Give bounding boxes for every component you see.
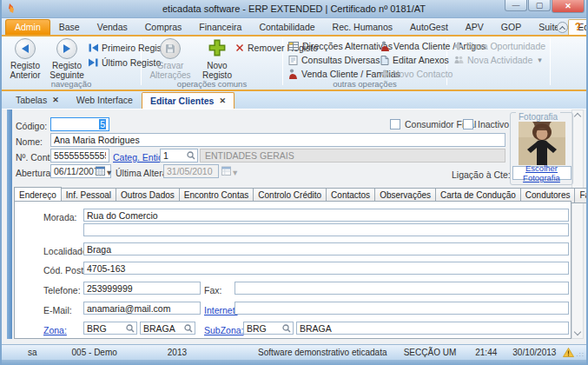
- scroll-down-icon[interactable]: [574, 329, 581, 336]
- categ-name-display: ENTIDADES GERAIS: [200, 149, 505, 163]
- editar-anexos-button[interactable]: Editar Anexos: [380, 55, 449, 65]
- email-input[interactable]: [83, 302, 201, 315]
- ribbon-tab-compras[interactable]: Compras: [136, 20, 191, 35]
- new-record-icon: [208, 38, 227, 59]
- telefone-label: Telefone:: [43, 285, 81, 295]
- ribbon-tab-autogest[interactable]: AutoGest: [401, 20, 457, 35]
- ligacao-cte-label: Ligação à Cte:: [452, 169, 511, 180]
- search-icon[interactable]: [126, 324, 135, 333]
- doc-tab-editar-clientes[interactable]: Editar Clientes ✕: [142, 92, 235, 109]
- inactivo-checkbox[interactable]: Inactivo: [463, 119, 509, 129]
- ribbon-tab-admin[interactable]: Admin: [5, 19, 50, 35]
- subzona-link[interactable]: SubZona:: [204, 325, 244, 335]
- contrib-input[interactable]: [50, 149, 109, 163]
- direccoes-alternativas-button[interactable]: Direcções Alternativas: [288, 41, 393, 51]
- telefone-input[interactable]: [83, 282, 201, 295]
- ribbon-group-crm: Nova Oportunidade Nova Actividade: [447, 36, 550, 90]
- ribbon-tab-bar: Admin Base Vendas Compras Financeira Con…: [2, 18, 586, 35]
- alt-directions-icon: [288, 42, 299, 50]
- ribbon-tab-vendas[interactable]: Vendas: [89, 20, 136, 35]
- maximize-button[interactable]: ▢: [528, 0, 551, 11]
- close-tab-icon[interactable]: ✕: [219, 96, 226, 105]
- morada2-input[interactable]: [83, 223, 569, 236]
- novo-registo-button[interactable]: Novo Registo: [195, 38, 239, 80]
- subzona-name-input[interactable]: [296, 322, 569, 335]
- window-bottom-border: [2, 360, 586, 365]
- resize-grip[interactable]: .::: [576, 350, 585, 358]
- attachments-icon: [380, 56, 389, 65]
- zona-link[interactable]: Zona:: [43, 325, 67, 335]
- status-bar: sa 005 - Demo 2013 Software demonstrativ…: [2, 344, 586, 360]
- left-panel-strip[interactable]: [7, 110, 12, 339]
- novo-contacto-button[interactable]: Novo Contacto: [380, 69, 453, 79]
- ribbon: Registo Anterior Registo Seguinte Primei…: [2, 36, 586, 90]
- consultas-diversas-button[interactable]: Consultas Diversas: [288, 55, 380, 65]
- calendar-icon-disabled: [221, 166, 231, 176]
- internet-input[interactable]: [235, 302, 569, 315]
- search-icon[interactable]: [282, 324, 291, 333]
- ribbon-group-outras-operacoes: Direcções Alternativas Consultas Diversa…: [283, 36, 446, 90]
- fotografia-label: Fotografia: [516, 112, 560, 122]
- morada-input[interactable]: [83, 209, 569, 222]
- collapse-ribbon-icon[interactable]: [557, 22, 568, 33]
- nova-actividade-button[interactable]: Nova Actividade: [454, 55, 542, 65]
- save-icon: [160, 38, 181, 59]
- calendar-icon[interactable]: [96, 166, 105, 176]
- ribbon-group-navegacao: Registo Anterior Registo Seguinte Primei…: [2, 36, 141, 90]
- fotografia-group: Fotografia Escolher Fotografia: [510, 112, 573, 185]
- ribbon-group-operacoes-comuns: Gravar Alterações Novo Registo Remover R…: [142, 36, 282, 90]
- status-section: SECÇÃO UM: [404, 348, 457, 357]
- minimize-button[interactable]: —: [505, 0, 527, 11]
- escolher-fotografia-link[interactable]: Escolher Fotografia: [511, 163, 572, 182]
- ribbon-tab-gop[interactable]: GOP: [492, 20, 530, 35]
- ultima-alteracao-date: 31/05/2010: [163, 164, 219, 178]
- client-form: Código: 5 Consumidor Final Inactivo Nome…: [2, 110, 586, 344]
- group-separator: [550, 38, 551, 85]
- internet-link[interactable]: Internet:: [204, 305, 238, 315]
- app-window: eticadata software - ERP EXTENDED | Cert…: [0, 0, 588, 365]
- registo-seguinte-button[interactable]: Registo Seguinte: [45, 38, 89, 80]
- nome-input[interactable]: [50, 133, 505, 147]
- fax-label: Fax:: [204, 285, 221, 295]
- status-year: 2013: [168, 348, 187, 357]
- new-activity-icon: [454, 56, 464, 64]
- calendar-dropdown-icon-disabled: ▾: [233, 167, 237, 177]
- first-record-icon: [89, 43, 98, 52]
- client-sale-families-icon: [288, 69, 298, 79]
- gravar-alteracoes-button[interactable]: Gravar Alterações: [149, 38, 192, 80]
- localidade-input[interactable]: [83, 242, 569, 256]
- client-sale-articles-icon: [380, 41, 390, 51]
- ribbon-tab-contabilidade[interactable]: Contabilidade: [250, 20, 323, 35]
- window-title: eticadata software - ERP EXTENDED | Cert…: [2, 3, 586, 14]
- calendar-dropdown-icon[interactable]: ▾: [107, 167, 111, 177]
- previous-record-icon: [15, 38, 36, 59]
- close-tab-icon[interactable]: ✕: [52, 96, 59, 104]
- search-icon[interactable]: [184, 324, 193, 333]
- help-icon[interactable]: ?: [575, 21, 581, 33]
- cod-postal-input[interactable]: [83, 262, 569, 275]
- ribbon-tab-financeira[interactable]: Financeira: [190, 20, 250, 35]
- codigo-input[interactable]: 5: [50, 117, 109, 131]
- codigo-label: Código:: [16, 121, 47, 131]
- doc-tab-web-interface[interactable]: Web Interface: [68, 91, 142, 109]
- close-button[interactable]: ✕: [552, 0, 585, 13]
- warning-icon[interactable]: [563, 348, 574, 357]
- registo-anterior-button[interactable]: Registo Anterior: [3, 38, 47, 80]
- doc-tab-tabelas[interactable]: Tabelas ✕: [7, 91, 68, 109]
- tab-familiares[interactable]: Familiares: [575, 188, 588, 203]
- ribbon-tab-apv[interactable]: APV: [457, 20, 492, 35]
- scroll-up-icon[interactable]: [574, 112, 581, 119]
- ribbon-tab-base[interactable]: Base: [50, 20, 89, 35]
- vertical-scrollbar[interactable]: [571, 110, 584, 339]
- last-record-icon: [89, 58, 98, 67]
- nome-label: Nome:: [16, 136, 43, 147]
- fax-input[interactable]: [235, 282, 569, 295]
- ribbon-tab-rec-humanos[interactable]: Rec. Humanos: [324, 20, 401, 35]
- status-date: 30/10/2013: [512, 348, 556, 357]
- new-opportunity-icon: [454, 42, 463, 50]
- search-icon[interactable]: [187, 151, 195, 160]
- nova-oportunidade-button[interactable]: Nova Oportunidade: [454, 41, 545, 51]
- new-contact-icon: [380, 70, 389, 78]
- status-time: 21:44: [475, 348, 497, 357]
- status-user: sa: [28, 348, 37, 357]
